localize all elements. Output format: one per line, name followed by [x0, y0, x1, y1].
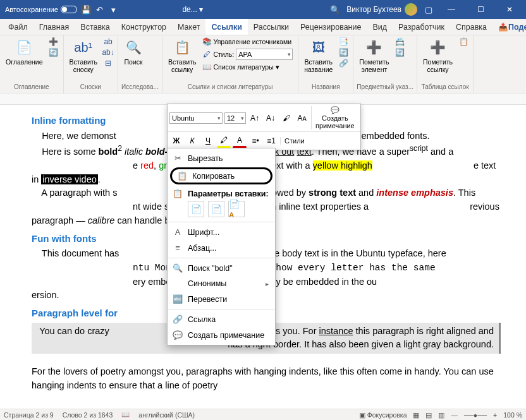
group-label-research: Исследова... [121, 82, 159, 92]
research-button[interactable]: 🔍Поиск [121, 37, 145, 67]
maximize-button[interactable]: ☐ [469, 0, 492, 19]
grow-font-icon[interactable]: A↑ [248, 111, 262, 125]
update-toc-button[interactable]: 🔄 [47, 47, 60, 57]
copy-icon: 📋 [177, 171, 187, 181]
tab-review[interactable]: Рецензирование [295, 19, 367, 35]
scissors-icon: ✂ [173, 153, 183, 163]
ta-icon: ➕ [429, 38, 448, 57]
endnote-button[interactable]: ab [102, 37, 114, 47]
share-button[interactable]: 📤 Поделиться [492, 19, 526, 35]
status-words[interactable]: Слово 2 из 1643 [63, 411, 113, 419]
insert-tof-button[interactable]: 📑 [337, 37, 350, 47]
highlight-icon[interactable]: 🖍 [217, 134, 231, 148]
tab-home[interactable]: Главная [34, 19, 75, 35]
styles-icon[interactable]: Aᴀ [295, 111, 309, 125]
zoom-slider[interactable]: ──●── [464, 411, 487, 419]
tab-layout[interactable]: Макет [172, 19, 205, 35]
styles-label[interactable]: Стили [280, 137, 309, 145]
view-print-icon[interactable]: ▦ [413, 411, 419, 419]
next-footnote-button[interactable]: ab↓ [102, 47, 114, 57]
font-dialog-icon: A [173, 227, 183, 237]
tab-help[interactable]: Справка [450, 19, 492, 35]
ctx-synonyms[interactable]: Синонимы▸ [168, 276, 275, 291]
tab-design[interactable]: Конструктор [116, 19, 172, 35]
update-tof-button[interactable]: 🔄 [337, 47, 350, 57]
show-notes-button[interactable]: ⊟ [102, 58, 114, 68]
title-bar: Автосохранение 💾 ↶ ▾ de... ▾ 🔍 Виктор Бу… [0, 0, 526, 19]
group-label-footnotes: Сноски [67, 82, 115, 92]
insert-citation-button[interactable]: 📋Вставить ссылку [166, 37, 199, 75]
mark-entry-button[interactable]: ➕Пометить элемент [357, 37, 391, 75]
toc-button[interactable]: 📄Оглавление [3, 37, 46, 67]
status-page[interactable]: Страница 2 из 9 [4, 411, 54, 419]
shrink-font-icon[interactable]: A↓ [264, 111, 278, 125]
autosave-toggle[interactable]: Автосохранение [5, 6, 77, 13]
qat-more-icon[interactable]: ▾ [109, 4, 119, 15]
font-color-icon[interactable]: A [233, 134, 247, 148]
status-focus[interactable]: ▣ Фокусировка [359, 411, 407, 419]
toc-icon: 📄 [15, 38, 34, 57]
index-icon: ➕ [365, 38, 384, 57]
avatar [405, 3, 417, 16]
ctx-link[interactable]: 🔗Ссылка [168, 311, 275, 327]
zoom-out-button[interactable]: — [451, 411, 458, 419]
body-text: For the lovers of poetry amongst you, pa… [32, 365, 501, 393]
save-icon[interactable]: 💾 [81, 4, 91, 15]
manage-sources-button[interactable]: 📚Управление источниками [200, 37, 295, 47]
tab-mailings[interactable]: Рассылки [248, 19, 295, 35]
format-painter-icon[interactable]: 🖌 [279, 111, 293, 125]
ctx-copy[interactable]: 📋Копировать [170, 167, 272, 184]
font-select[interactable]: Ubuntu [169, 112, 223, 124]
zoom-level[interactable]: 100 % [503, 411, 522, 419]
update-index-button[interactable]: 🔄 [393, 47, 406, 57]
status-language[interactable]: английский (США) [138, 411, 195, 419]
bold-icon[interactable]: Ж [169, 134, 183, 148]
status-bar: Страница 2 из 9 Слово 2 из 1643 📖 англий… [0, 409, 526, 420]
zoom-in-button[interactable]: + [493, 411, 497, 419]
status-spellcheck[interactable]: 📖 [121, 411, 130, 419]
underline-icon[interactable]: Ч [201, 134, 215, 148]
search-icon: 🔍 [124, 38, 143, 57]
paste-merge-format[interactable]: 📄 [208, 201, 224, 217]
add-text-button[interactable]: ➕ [47, 37, 60, 47]
undo-icon[interactable]: ↶ [95, 4, 105, 15]
close-button[interactable]: ✕ [498, 0, 521, 19]
tab-file[interactable]: Файл [3, 19, 34, 35]
ribbon-display-icon[interactable]: ▢ [424, 4, 434, 15]
ctx-new-comment[interactable]: 💬Создать примечание [168, 327, 275, 343]
ctx-cut[interactable]: ✂Вырезать [168, 150, 275, 166]
view-web-icon[interactable]: ▥ [438, 411, 444, 419]
tab-insert[interactable]: Вставка [75, 19, 115, 35]
bullets-icon[interactable]: ≡• [248, 134, 262, 148]
insert-caption-button[interactable]: 🖼Вставить название [302, 37, 335, 75]
citation-style-select[interactable]: 🖊Стиль: APA [200, 48, 295, 61]
ctx-translate[interactable]: 🔤Перевести [168, 291, 275, 307]
ctx-search[interactable]: 🔍Поиск "bold" [168, 260, 275, 276]
numbering-icon[interactable]: ≡1 [264, 134, 278, 148]
document-title[interactable]: de... ▾ [182, 5, 203, 14]
comment-icon: 💬 [173, 330, 183, 340]
new-comment-button[interactable]: 💬Создать примечание [311, 106, 358, 129]
tab-view[interactable]: Вид [367, 19, 393, 35]
user-account[interactable]: Виктор Бухтеев [346, 3, 417, 16]
ctx-paragraph[interactable]: ≡Абзац... [168, 240, 275, 256]
tab-references[interactable]: Ссылки [205, 19, 247, 35]
tab-developer[interactable]: Разработчик [393, 19, 450, 35]
bibliography-button[interactable]: 📖Список литературы ▾ [200, 62, 295, 72]
group-label-toc: Оглавление [3, 82, 60, 92]
italic-icon[interactable]: К [185, 134, 199, 148]
view-read-icon[interactable]: ▤ [425, 411, 432, 419]
group-label-captions: Названия [302, 82, 350, 92]
insert-index-button[interactable]: 📇 [393, 37, 406, 47]
insert-footnote-button[interactable]: ab¹Вставить сноску [67, 37, 101, 75]
insert-ta-button[interactable]: 📋 [457, 37, 470, 47]
font-size-select[interactable]: 12 [224, 112, 246, 124]
minimize-button[interactable]: — [440, 0, 463, 19]
paste-text-only[interactable]: 📄ᴀ [228, 201, 245, 217]
ctx-font[interactable]: AШрифт... [168, 224, 275, 240]
mark-citation-button[interactable]: ➕Пометить ссылку [420, 37, 455, 75]
cross-ref-button[interactable]: 🔗 [337, 58, 350, 68]
search-icon[interactable]: 🔍 [330, 4, 340, 15]
ctx-paste-header: 📋Параметры вставки: [168, 186, 275, 200]
paste-keep-format[interactable]: 📄 [188, 201, 204, 217]
